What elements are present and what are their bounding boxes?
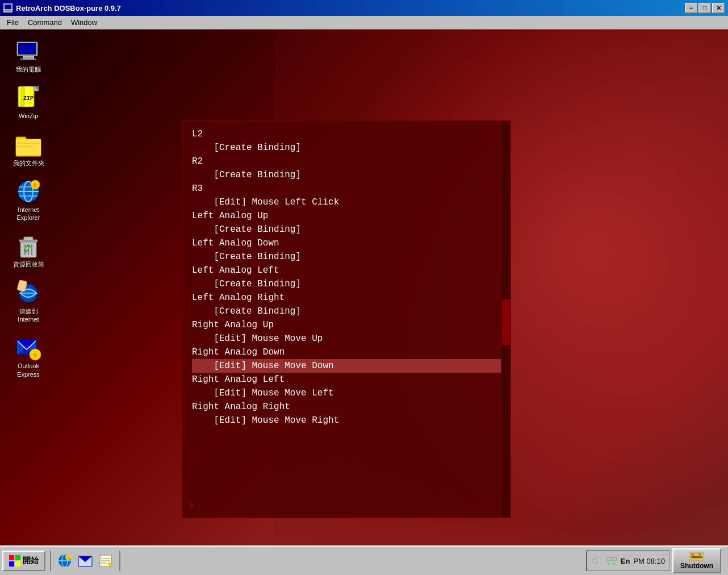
minimize-button[interactable]: − [685,3,697,13]
menu-row[interactable]: Right Analog Left [192,373,501,386]
connect-icon-label: 連線到 Internet [16,307,40,324]
menu-row[interactable]: Right Analog Right [192,400,501,414]
svg-rect-20 [17,146,34,147]
desktop-icon-my-computer[interactable]: 我的電腦 [6,35,51,76]
quick-launch: e [56,552,115,570]
taskbar-edit-svg [98,553,114,569]
svg-rect-2 [5,5,11,9]
shutdown-button[interactable]: Shutdown [672,548,721,573]
svg-text:e: e [67,556,69,560]
menu-row[interactable]: [Edit] Mouse Move Down [192,359,501,373]
volume-icon[interactable] [591,555,603,566]
svg-rect-19 [17,143,40,144]
menu-row[interactable]: Left Analog Down [192,236,501,250]
close-button[interactable]: ✕ [712,3,725,13]
desktop-icon-connect[interactable]: 連線到 Internet [6,277,51,327]
menu-row[interactable]: [Create Binding] [192,277,501,291]
taskbar-envelope-icon[interactable] [76,552,94,570]
scroll-thumb[interactable] [502,299,510,345]
menu-row[interactable]: Left Analog Up [192,209,501,223]
svg-text:ZIP: ZIP [23,95,34,102]
menu-row[interactable]: [Edit] Mouse Move Left [192,386,501,400]
svg-rect-30 [24,237,33,240]
menu-row[interactable]: Right Analog Down [192,345,501,359]
menu-row[interactable]: L2 [192,127,501,141]
connect-icon [15,280,42,307]
svg-rect-74 [691,553,694,555]
retroarch-menu-panel: L2 [Create Binding]R2 [Create Binding]R3… [182,120,511,518]
svg-rect-8 [19,44,35,53]
app-icon [3,3,12,13]
menu-row[interactable]: [Edit] Mouse Left Click [192,195,501,209]
scrollbar[interactable] [502,122,510,517]
start-icon [9,555,20,566]
desktop-icon-outlook[interactable]: ★ Outlook Express [6,332,51,381]
svg-rect-3 [5,10,11,11]
taskbar-right: En PM 08:10 Shutdown [581,547,726,575]
menu-row[interactable]: [Create Binding] [192,141,501,155]
winzip-icon: ZIP [15,84,42,111]
start-button[interactable]: 開始 [2,551,45,571]
taskbar-ie-svg: e [57,553,73,569]
taskbar-pencil-icon[interactable] [97,552,115,570]
desktop-icons: 我的電腦 ZIP WinZip 我的文件夾 [6,35,51,381]
menu-row[interactable]: [Create Binding] [192,168,501,182]
svg-rect-7 [20,59,36,60]
svg-rect-64 [612,557,617,561]
menu-window[interactable]: Window [66,17,102,28]
folder-icon-label: 我的文件夾 [11,159,46,168]
language-indicator[interactable]: En [621,557,630,565]
menu-row[interactable]: Right Analog Up [192,318,501,332]
computer-icon [15,38,42,65]
taskbar-ie-icon[interactable]: e [56,552,74,570]
desktop-icon-my-documents[interactable]: 我的文件夾 [6,129,51,170]
desktop: 我的電腦 ZIP WinZip 我的文件夾 [0,30,728,575]
menu-row[interactable]: Left Analog Right [192,291,501,305]
recycle-icon [15,232,42,260]
taskbar-divider-1 [50,551,51,571]
ie-icon-label: Internet Explorer [15,205,42,223]
svg-rect-49 [15,561,20,566]
maximize-button[interactable]: □ [698,3,711,13]
svg-rect-48 [9,561,14,566]
menu-panel-inner[interactable]: L2 [Create Binding]R2 [Create Binding]R3… [183,122,510,517]
svg-marker-62 [592,557,597,565]
shutdown-icon [688,552,706,561]
menu-file[interactable]: File [2,17,23,28]
desktop-icon-winzip[interactable]: ZIP WinZip [6,82,51,123]
taskbar-divider-2 [119,551,120,571]
menu-row[interactable]: R2 [192,155,501,168]
ie-icon: e [15,178,42,205]
desktop-icon-ie[interactable]: e Internet Explorer [6,176,51,225]
menu-row[interactable]: [Edit] Mouse Move Up [192,332,501,345]
menu-bar: File Command Window [0,16,728,30]
menu-row[interactable]: [Create Binding] [192,305,501,318]
menu-command[interactable]: Command [23,17,66,28]
svg-rect-76 [698,553,701,555]
svg-text:★: ★ [33,351,37,359]
outlook-icon-label: Outlook Express [15,361,41,379]
desktop-icon-recycle[interactable]: 資源回收筒 [6,230,51,271]
window-controls: − □ ✕ [685,3,725,13]
shutdown-label: Shutdown [680,562,713,570]
svg-text:e: e [34,182,37,189]
outlook-icon: ★ [15,334,42,361]
network-icon[interactable] [606,555,617,566]
svg-rect-46 [9,555,14,560]
svg-rect-75 [695,553,698,555]
svg-rect-9 [24,57,33,58]
menu-row[interactable]: Left Analog Left [192,264,501,277]
svg-rect-63 [606,557,611,561]
menu-row[interactable]: [Create Binding] [192,250,501,264]
menu-row[interactable]: [Edit] Mouse Move Right [192,414,501,427]
clock: PM 08:10 [633,557,665,565]
start-label: 開始 [23,556,39,566]
system-tray: En PM 08:10 [586,551,670,571]
menu-row[interactable]: R3 [192,182,501,195]
menu-row[interactable]: [Create Binding] [192,223,501,236]
folder-icon [15,131,42,159]
svg-rect-77 [691,556,702,558]
taskbar-mail-svg [77,553,93,569]
recycle-icon-label: 資源回收筒 [11,260,46,269]
svg-point-71 [613,563,615,565]
